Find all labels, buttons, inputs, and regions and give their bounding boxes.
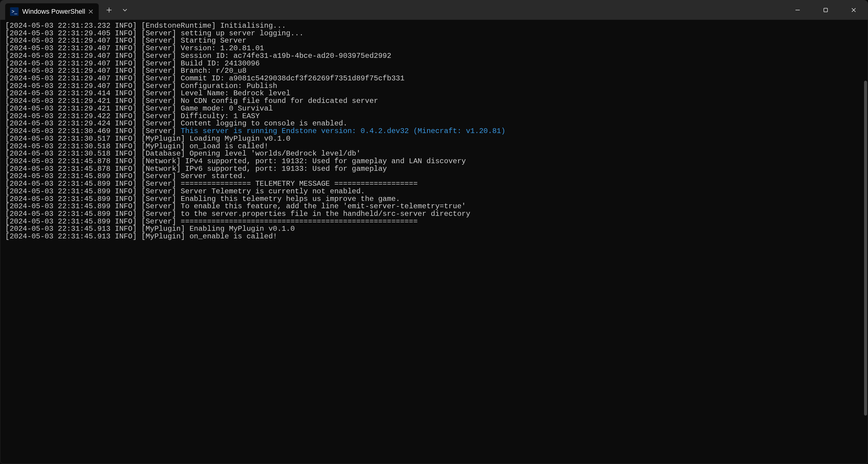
log-line: [2024-05-03 22:31:45.913 INFO] [MyPlugin… [5, 225, 863, 233]
log-message: Game mode: 0 Survival [181, 104, 273, 113]
log-line: [2024-05-03 22:31:45.913 INFO] [MyPlugin… [5, 233, 863, 240]
tab-dropdown-button[interactable] [117, 2, 133, 18]
log-prefix: [2024-05-03 22:31:45.899 INFO] [Server] [5, 172, 181, 180]
log-prefix: [2024-05-03 22:31:29.422 INFO] [Server] [5, 112, 181, 120]
log-message: This server is running Endstone version:… [181, 127, 505, 135]
log-message: No CDN config file found for dedicated s… [181, 97, 378, 105]
log-line: [2024-05-03 22:31:23.232 INFO] [Endstone… [5, 22, 863, 30]
log-prefix: [2024-05-03 22:31:23.232 INFO] [Endstone… [5, 22, 220, 30]
log-message: ================ TELEMETRY MESSAGE =====… [181, 179, 418, 188]
log-message: Server Telemetry is currently not enable… [181, 187, 365, 195]
tab-label: Windows PowerShell [22, 8, 85, 15]
minimize-button[interactable] [784, 0, 812, 20]
log-line: [2024-05-03 22:31:45.878 INFO] [Network]… [5, 165, 863, 173]
log-line: [2024-05-03 22:31:30.469 INFO] [Server] … [5, 128, 863, 135]
log-prefix: [2024-05-03 22:31:29.407 INFO] [Server] [5, 37, 181, 45]
log-prefix: [2024-05-03 22:31:29.407 INFO] [Server] [5, 59, 181, 68]
log-container: [2024-05-03 22:31:23.232 INFO] [Endstone… [5, 22, 863, 240]
log-line: [2024-05-03 22:31:29.421 INFO] [Server] … [5, 105, 863, 113]
log-prefix: [2024-05-03 22:31:30.518 INFO] [MyPlugin… [5, 142, 189, 151]
plus-icon [106, 7, 112, 13]
log-message: on_enable is called! [189, 232, 277, 240]
terminal-output[interactable]: [2024-05-03 22:31:23.232 INFO] [Endstone… [0, 20, 868, 464]
log-line: [2024-05-03 22:31:45.899 INFO] [Server] … [5, 203, 863, 210]
log-message: on_load is called! [189, 142, 269, 151]
log-message: Build ID: 24130096 [181, 59, 259, 68]
tab-powershell[interactable]: >_ Windows PowerShell [5, 3, 99, 20]
log-prefix: [2024-05-03 22:31:45.913 INFO] [MyPlugin… [5, 225, 189, 233]
log-prefix: [2024-05-03 22:31:45.878 INFO] [Network] [5, 165, 185, 173]
log-prefix: [2024-05-03 22:31:29.424 INFO] [Server] [5, 119, 181, 128]
log-prefix: [2024-05-03 22:31:29.407 INFO] [Server] [5, 67, 181, 75]
chevron-down-icon [123, 9, 127, 11]
powershell-icon: >_ [10, 7, 19, 16]
scrollbar[interactable] [864, 81, 867, 416]
maximize-icon [823, 8, 828, 12]
log-prefix: [2024-05-03 22:31:29.421 INFO] [Server] [5, 97, 181, 105]
log-prefix: [2024-05-03 22:31:45.899 INFO] [Server] [5, 179, 181, 188]
log-prefix: [2024-05-03 22:31:30.518 INFO] [Database… [5, 150, 189, 158]
log-message: Starting Server [181, 37, 246, 45]
log-message: Initialising... [220, 22, 286, 30]
tabs-area: >_ Windows PowerShell [0, 0, 133, 20]
log-message: Server started. [181, 172, 246, 180]
log-line: [2024-05-03 22:31:45.899 INFO] [Server] … [5, 188, 863, 195]
log-line: [2024-05-03 22:31:29.424 INFO] [Server] … [5, 120, 863, 128]
log-line: [2024-05-03 22:31:30.517 INFO] [MyPlugin… [5, 135, 863, 143]
log-prefix: [2024-05-03 22:31:29.421 INFO] [Server] [5, 104, 181, 113]
log-message: Content logging to console is enabled. [181, 119, 347, 128]
window-close-button[interactable] [840, 0, 868, 20]
log-line: [2024-05-03 22:31:30.518 INFO] [Database… [5, 150, 863, 158]
log-prefix: [2024-05-03 22:31:30.517 INFO] [MyPlugin… [5, 135, 189, 143]
maximize-button[interactable] [812, 0, 840, 20]
log-message: Configuration: Publish [181, 82, 277, 90]
log-prefix: [2024-05-03 22:31:29.414 INFO] [Server] [5, 89, 181, 97]
log-prefix: [2024-05-03 22:31:29.407 INFO] [Server] [5, 52, 181, 60]
minimize-icon [795, 7, 800, 13]
log-message: Commit ID: a9081c5429038dcf3f26269f7351d… [181, 74, 405, 82]
log-line: [2024-05-03 22:31:29.407 INFO] [Server] … [5, 37, 863, 45]
log-line: [2024-05-03 22:31:29.407 INFO] [Server] … [5, 75, 863, 82]
close-icon [89, 9, 93, 14]
log-line: [2024-05-03 22:31:45.899 INFO] [Server] … [5, 210, 863, 218]
log-prefix: [2024-05-03 22:31:29.407 INFO] [Server] [5, 82, 181, 90]
log-prefix: [2024-05-03 22:31:45.899 INFO] [Server] [5, 195, 181, 203]
log-message: Version: 1.20.81.01 [181, 44, 264, 53]
log-line: [2024-05-03 22:31:29.407 INFO] [Server] … [5, 60, 863, 68]
log-prefix: [2024-05-03 22:31:29.407 INFO] [Server] [5, 74, 181, 82]
log-line: [2024-05-03 22:31:29.407 INFO] [Server] … [5, 45, 863, 53]
log-line: [2024-05-03 22:31:45.899 INFO] [Server] … [5, 195, 863, 203]
log-prefix: [2024-05-03 22:31:29.405 INFO] [Server] [5, 29, 181, 37]
log-line: [2024-05-03 22:31:29.422 INFO] [Server] … [5, 113, 863, 120]
window-controls [784, 0, 868, 20]
log-line: [2024-05-03 22:31:45.899 INFO] [Server] … [5, 180, 863, 188]
log-prefix: [2024-05-03 22:31:45.878 INFO] [Network] [5, 157, 185, 165]
log-line: [2024-05-03 22:31:30.518 INFO] [MyPlugin… [5, 143, 863, 151]
log-prefix: [2024-05-03 22:31:45.899 INFO] [Server] [5, 187, 181, 195]
close-icon [851, 8, 856, 12]
log-line: [2024-05-03 22:31:29.407 INFO] [Server] … [5, 82, 863, 90]
log-line: [2024-05-03 22:31:29.405 INFO] [Server] … [5, 30, 863, 37]
log-message: Level Name: Bedrock level [181, 89, 290, 97]
log-prefix: [2024-05-03 22:31:45.899 INFO] [Server] [5, 218, 181, 226]
tab-close-button[interactable] [87, 8, 94, 15]
titlebar: >_ Windows PowerShell [0, 0, 868, 20]
svg-rect-0 [824, 8, 828, 12]
log-message: Enabling this telemetry helps us improve… [181, 195, 400, 203]
log-message: IPv4 supported, port: 19132: Used for ga… [185, 157, 466, 165]
log-line: [2024-05-03 22:31:45.899 INFO] [Server] … [5, 218, 863, 226]
log-message: Opening level 'worlds/Bedrock level/db' [189, 150, 361, 158]
log-prefix: [2024-05-03 22:31:29.407 INFO] [Server] [5, 44, 181, 53]
log-message: Enabling MyPlugin v0.1.0 [189, 225, 295, 233]
log-line: [2024-05-03 22:31:29.421 INFO] [Server] … [5, 97, 863, 105]
log-prefix: [2024-05-03 22:31:45.913 INFO] [MyPlugin… [5, 232, 189, 240]
log-prefix: [2024-05-03 22:31:45.899 INFO] [Server] [5, 210, 181, 218]
new-tab-button[interactable] [101, 2, 117, 18]
log-line: [2024-05-03 22:31:29.407 INFO] [Server] … [5, 53, 863, 60]
log-message: Session ID: ac74fe31-a19b-4bce-ad20-9039… [181, 52, 391, 60]
log-message: ========================================… [181, 218, 418, 226]
log-line: [2024-05-03 22:31:45.899 INFO] [Server] … [5, 173, 863, 180]
log-message: To enable this feature, add the line 'em… [181, 202, 466, 210]
log-line: [2024-05-03 22:31:45.878 INFO] [Network]… [5, 158, 863, 165]
log-prefix: [2024-05-03 22:31:45.899 INFO] [Server] [5, 202, 181, 210]
